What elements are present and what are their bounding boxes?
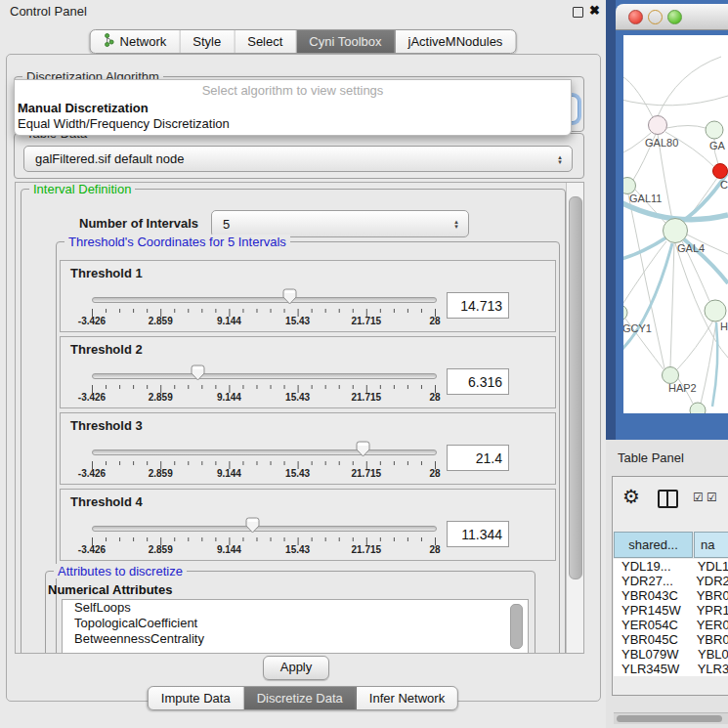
threshold-value-field[interactable]: 14.713 bbox=[447, 292, 509, 319]
cell-shared-name: YBL079W bbox=[614, 647, 694, 662]
table-row[interactable]: YBR045CYBR0 bbox=[614, 632, 728, 647]
settings-scrollbar-thumb[interactable] bbox=[569, 196, 582, 579]
network-node[interactable] bbox=[713, 164, 728, 179]
tick-label: 21.715 bbox=[337, 468, 396, 479]
numerical-attributes-list[interactable]: SelfLoopsTopologicalCoefficientBetweenne… bbox=[62, 599, 529, 654]
list-scrollbar-thumb[interactable] bbox=[510, 604, 523, 649]
table-data-combo[interactable]: galFiltered.sif default node ▴▾ bbox=[23, 146, 573, 172]
tab-discretize-data[interactable]: Discretize Data bbox=[244, 687, 357, 709]
tab-label: Impute Data bbox=[161, 691, 231, 706]
tab-label: jActiveMNodules bbox=[408, 34, 503, 49]
network-node[interactable] bbox=[664, 219, 688, 243]
threshold-slider[interactable] bbox=[92, 297, 437, 303]
slider-handle[interactable] bbox=[245, 517, 260, 537]
network-graph: GAL80GACGAL11GAL4GCY1HHAP2 bbox=[623, 35, 728, 413]
tab-label: Discretize Data bbox=[257, 691, 343, 706]
network-node[interactable] bbox=[623, 305, 627, 321]
number-of-intervals-combo[interactable]: 5 ▴▾ bbox=[211, 210, 469, 237]
table-row[interactable]: YER054CYER0 bbox=[614, 618, 728, 632]
table-row[interactable]: YBL079WYBL0 bbox=[614, 647, 728, 662]
tab-select[interactable]: Select bbox=[235, 30, 296, 53]
checkbox-icon[interactable]: ☑ bbox=[693, 491, 704, 504]
table-hscrollbar-thumb[interactable] bbox=[617, 715, 722, 722]
tab-jactivemnodules[interactable]: jActiveMNodules bbox=[396, 30, 516, 53]
table-row[interactable]: YDL19...YDL1 bbox=[614, 559, 728, 574]
control-panel: Control Panel ✖ NetworkStyleSelectCyni T… bbox=[0, 0, 606, 728]
settings-scrollbar[interactable] bbox=[566, 183, 583, 653]
tab-label: Network bbox=[120, 34, 167, 49]
network-node[interactable] bbox=[663, 367, 679, 384]
table-row[interactable]: YBR043CYBR0 bbox=[614, 588, 728, 603]
thresholds-title: Threshold's Coordinates for 5 Intervals bbox=[64, 235, 290, 249]
threshold-slider[interactable] bbox=[92, 450, 437, 455]
gear-icon[interactable]: ⚙ bbox=[622, 485, 640, 508]
column-header[interactable]: na bbox=[694, 532, 728, 558]
tab-network[interactable]: Network bbox=[91, 30, 181, 53]
tab-impute-data[interactable]: Impute Data bbox=[149, 687, 244, 709]
zoom-light[interactable] bbox=[667, 10, 682, 24]
algorithm-option[interactable]: Equal Width/Frequency Discretization bbox=[18, 116, 230, 131]
network-edge bbox=[623, 243, 672, 354]
network-window-titlebar[interactable] bbox=[616, 4, 728, 30]
threshold-value-field[interactable]: 21.4 bbox=[447, 445, 509, 471]
tab-style[interactable]: Style bbox=[180, 30, 235, 53]
tick-label: 2.859 bbox=[131, 544, 190, 555]
tick-label: 21.715 bbox=[337, 392, 396, 403]
close-light[interactable] bbox=[628, 10, 643, 24]
algorithm-placeholder: Select algorithm to view settings bbox=[15, 83, 571, 98]
node-table-rows: YDL19...YDL1YDR27...YDR2YBR043CYBR0YPR14… bbox=[614, 559, 728, 676]
interval-definition-title: Interval Definition bbox=[29, 182, 135, 196]
table-row[interactable]: YPR145WYPR1 bbox=[614, 603, 728, 618]
tab-infer-network[interactable]: Infer Network bbox=[357, 687, 457, 709]
node-label: GAL4 bbox=[677, 242, 705, 254]
table-row[interactable]: YLR345WYLR3 bbox=[614, 662, 728, 676]
attribute-item[interactable]: TopologicalCoefficient bbox=[63, 616, 528, 631]
attribute-item[interactable]: BetweennessCentrality bbox=[63, 631, 528, 647]
slider-handle[interactable] bbox=[356, 441, 370, 461]
attribute-item[interactable]: SelfLoops bbox=[63, 600, 528, 616]
table-row[interactable]: YDR27...YDR2 bbox=[614, 574, 728, 588]
apply-button[interactable]: Apply bbox=[263, 656, 329, 680]
table-data-group: Table Data galFiltered.sif default node … bbox=[14, 133, 584, 179]
threshold-value-field[interactable]: 6.316 bbox=[447, 368, 509, 395]
float-window-icon[interactable] bbox=[573, 7, 583, 18]
network-node[interactable] bbox=[623, 178, 636, 194]
checkbox-icon[interactable]: ☑ bbox=[707, 491, 717, 504]
column-header[interactable]: shared... bbox=[614, 532, 693, 558]
tick-label: 9.144 bbox=[199, 544, 258, 555]
slider-handle[interactable] bbox=[191, 364, 205, 385]
split-columns-icon[interactable] bbox=[658, 490, 678, 508]
close-icon[interactable]: ✖ bbox=[589, 3, 600, 18]
tab-cyni-toolbox[interactable]: Cyni Toolbox bbox=[296, 30, 395, 53]
node-label: C bbox=[720, 179, 728, 191]
slider-handle[interactable] bbox=[282, 288, 297, 309]
tab-label: Style bbox=[193, 34, 221, 49]
cell-shared-name: YDR27... bbox=[614, 574, 692, 588]
cell-shared-name: YBR043C bbox=[614, 588, 693, 603]
tick-label: 15.43 bbox=[269, 392, 327, 403]
network-view-canvas[interactable]: GAL80GACGAL11GAL4GCY1HHAP2 bbox=[623, 35, 728, 413]
network-node[interactable] bbox=[690, 403, 706, 413]
tick-label: -3.426 bbox=[63, 544, 121, 555]
algorithm-option[interactable]: Manual Discretization bbox=[18, 101, 149, 115]
threshold-slider[interactable] bbox=[92, 526, 437, 532]
tick-label: 9.144 bbox=[199, 392, 258, 403]
tick-label: 15.43 bbox=[269, 316, 327, 326]
right-region: GAL80GACGAL11GAL4GCY1HHAP2 Table Panel ⚙… bbox=[606, 0, 728, 728]
network-node[interactable] bbox=[705, 300, 726, 321]
network-node[interactable] bbox=[706, 121, 723, 139]
node-label: GAL11 bbox=[629, 193, 662, 204]
network-node[interactable] bbox=[649, 116, 667, 135]
minimize-light[interactable] bbox=[648, 10, 663, 24]
threshold-value-field[interactable]: 11.344 bbox=[447, 521, 509, 547]
threshold-slider[interactable] bbox=[92, 373, 437, 379]
network-edge bbox=[623, 237, 666, 260]
tick-label: 15.43 bbox=[269, 468, 327, 479]
combo-stepper-icon: ▴▾ bbox=[552, 154, 572, 164]
tick-label: 9.144 bbox=[199, 316, 258, 326]
node-label: GAL80 bbox=[645, 137, 678, 149]
table-hscrollbar[interactable] bbox=[614, 712, 728, 724]
network-edge bbox=[623, 74, 653, 117]
cell-name: YBL0 bbox=[694, 647, 728, 662]
tab-label: Infer Network bbox=[369, 691, 445, 706]
